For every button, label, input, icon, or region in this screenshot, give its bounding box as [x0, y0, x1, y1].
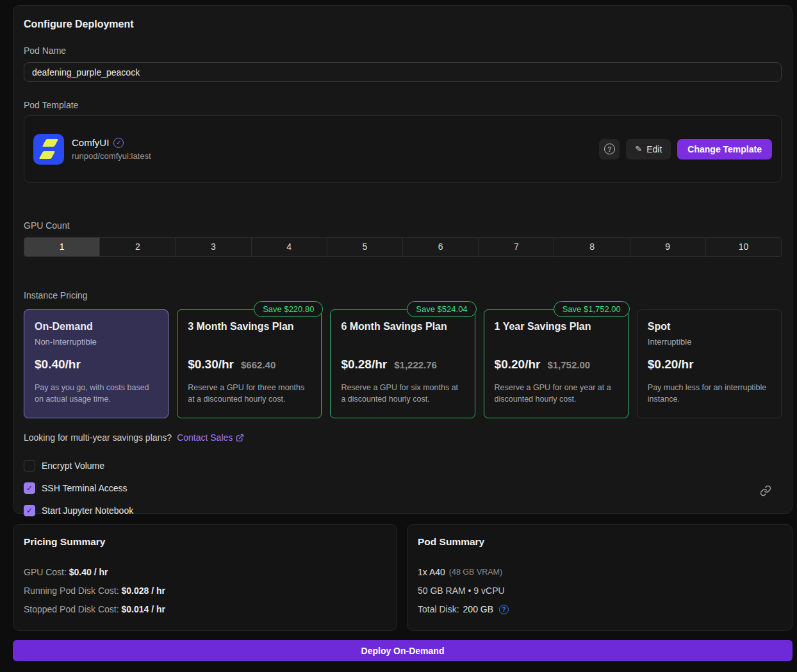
external-link-icon [236, 434, 244, 442]
running-disk-cost-row: Running Pod Disk Cost: $0.028 / hr [24, 586, 386, 596]
card-title: 3 Month Savings Plan [188, 321, 311, 332]
card-price: $0.20/hr [648, 357, 694, 372]
total-disk-row: Total Disk: 200 GB ? [418, 604, 782, 614]
comfyui-logo-icon [33, 134, 64, 165]
running-disk-cost-value: $0.028 / hr [122, 586, 166, 596]
save-badge: Save $524.04 [407, 301, 476, 317]
total-disk-value: 200 GB [463, 604, 493, 614]
card-price: $0.40/hr [35, 357, 81, 372]
template-name: ComfyUI [72, 137, 109, 148]
instance-pricing-label: Instance Pricing [24, 290, 782, 300]
checkbox-label: Start Jupyter Notebook [42, 505, 133, 516]
change-template-button[interactable]: Change Template [677, 139, 772, 160]
card-price: $0.20/hr [495, 357, 541, 372]
checkbox-label: SSH Terminal Access [42, 483, 127, 493]
gpu-count-option[interactable]: 1 [24, 238, 100, 256]
pod-summary-title: Pod Summary [418, 536, 782, 548]
gpu-count-option[interactable]: 5 [327, 238, 403, 256]
save-badge: Save $220.80 [254, 301, 323, 317]
pod-name-label: Pod Name [24, 45, 782, 56]
card-description: Reserve a GPU for three months at a disc… [188, 382, 311, 405]
pricing-card-3-month[interactable]: Save $220.80 3 Month Savings Plan $0.30/… [177, 309, 322, 418]
card-title: Spot [648, 321, 771, 332]
pricing-card-6-month[interactable]: Save $524.04 6 Month Savings Plan $0.28/… [330, 309, 475, 418]
card-total: $662.40 [241, 359, 275, 370]
verified-badge-icon: ✓ [113, 138, 124, 148]
card-total: $1,222.76 [394, 359, 437, 370]
jupyter-notebook-checkbox[interactable] [24, 505, 35, 516]
save-badge: Save $1,752.00 [554, 301, 630, 317]
configure-deployment-panel: Configure Deployment Pod Name Pod Templa… [13, 5, 793, 514]
disk-help-icon[interactable]: ? [499, 605, 509, 614]
checkbox-label: Encrypt Volume [42, 461, 104, 471]
pod-template-card: ComfyUI ✓ runpod/comfyui:latest ? ✎ Edit… [24, 115, 782, 183]
gpu-cost-row: GPU Cost: $0.40 / hr [24, 567, 386, 577]
gpu-count-label: GPU Count [24, 220, 782, 231]
card-price: $0.28/hr [341, 357, 387, 372]
gpu-vram: (48 GB VRAM) [449, 568, 502, 577]
ram-cpu-row: 50 GB RAM • 9 vCPU [418, 586, 782, 596]
card-price: $0.30/hr [188, 357, 234, 372]
pricing-summary-panel: Pricing Summary GPU Cost: $0.40 / hr Run… [13, 524, 397, 631]
gpu-count-option[interactable]: 6 [403, 238, 479, 256]
card-description: Reserve a GPU for one year at a discount… [495, 382, 618, 405]
jupyter-notebook-checkbox-row[interactable]: Start Jupyter Notebook [24, 505, 782, 516]
multi-year-text: Looking for multi-year savings plans? [24, 432, 172, 443]
gpu-cost-value: $0.40 / hr [69, 567, 108, 577]
card-description: Pay as you go, with costs based on actua… [35, 382, 158, 405]
encrypt-volume-checkbox-row[interactable]: Encrypt Volume [24, 460, 782, 471]
gpu-count-option[interactable]: 8 [554, 238, 630, 256]
card-subtitle: Interruptible [648, 337, 771, 347]
card-title: 1 Year Savings Plan [495, 321, 618, 332]
deploy-on-demand-button[interactable]: Deploy On-Demand [13, 640, 793, 661]
pricing-card-spot[interactable]: Spot Interruptible $0.20/hr Pay much les… [637, 309, 782, 418]
ssh-terminal-checkbox-row[interactable]: SSH Terminal Access [24, 482, 782, 494]
template-help-button[interactable]: ? [599, 139, 620, 160]
stopped-disk-cost-row: Stopped Pod Disk Cost: $0.014 / hr [24, 604, 386, 614]
pricing-card-on-demand[interactable]: On-Demand Non-Interruptible $0.40/hr Pay… [24, 309, 168, 418]
gpu-count-option[interactable]: 9 [630, 238, 706, 256]
contact-sales-link[interactable]: Contact Sales [177, 432, 244, 443]
template-image: runpod/comfyui:latest [72, 151, 151, 161]
gpu-count-option[interactable]: 10 [706, 238, 781, 256]
pencil-icon: ✎ [635, 144, 642, 154]
card-description: Pay much less for an interruptible insta… [648, 382, 771, 405]
page-title: Configure Deployment [24, 16, 782, 30]
gpu-count-option[interactable]: 2 [100, 238, 176, 256]
pod-summary-panel: Pod Summary 1x A40 (48 GB VRAM) 50 GB RA… [407, 524, 793, 631]
card-total: $1,752.00 [547, 359, 590, 370]
multi-year-line: Looking for multi-year savings plans? Co… [24, 432, 782, 443]
gpu-count-option[interactable]: 4 [252, 238, 327, 256]
card-subtitle [188, 337, 311, 347]
card-description: Reserve a GPU for six months at a discou… [341, 382, 464, 405]
gpu-model: 1x A40 [418, 567, 445, 577]
stopped-disk-cost-value: $0.014 / hr [122, 604, 166, 614]
gpu-count-option[interactable]: 3 [176, 238, 251, 256]
gpu-count-option[interactable]: 7 [479, 238, 554, 256]
card-title: On-Demand [35, 321, 158, 332]
question-icon: ? [604, 143, 615, 154]
copy-link-icon[interactable] [760, 485, 771, 499]
edit-template-button[interactable]: ✎ Edit [626, 139, 671, 160]
card-subtitle: Non-Interruptible [35, 337, 158, 347]
ssh-terminal-checkbox[interactable] [24, 482, 35, 494]
card-subtitle [495, 337, 618, 347]
pricing-summary-title: Pricing Summary [24, 536, 386, 548]
encrypt-volume-checkbox[interactable] [24, 460, 35, 471]
pod-name-input[interactable] [24, 62, 782, 82]
pricing-cards: On-Demand Non-Interruptible $0.40/hr Pay… [24, 309, 782, 418]
pricing-card-1-year[interactable]: Save $1,752.00 1 Year Savings Plan $0.20… [484, 309, 629, 418]
card-subtitle [341, 337, 464, 347]
card-title: 6 Month Savings Plan [341, 321, 464, 332]
gpu-count-selector: 1 2 3 4 5 6 7 8 9 10 [24, 237, 782, 257]
pod-template-label: Pod Template [24, 100, 782, 110]
gpu-spec-row: 1x A40 (48 GB VRAM) [418, 567, 782, 577]
